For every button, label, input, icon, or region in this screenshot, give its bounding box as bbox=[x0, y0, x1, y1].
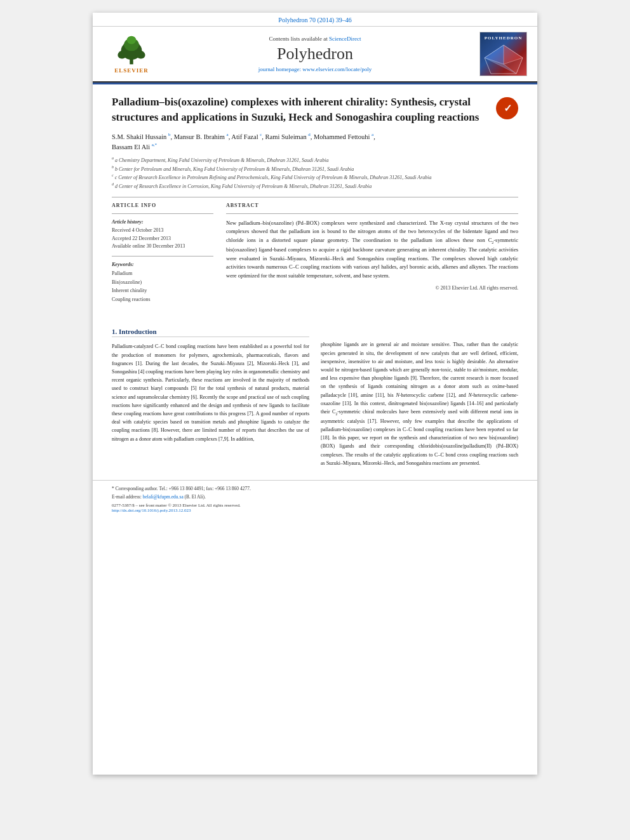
intro-right-text: phosphine ligands are in general air and… bbox=[321, 340, 518, 467]
email-link[interactable]: belali@kfupm.edu.sa bbox=[143, 494, 184, 500]
authors-line: S.M. Shakil Hussain b, Mansur B. Ibrahim… bbox=[112, 131, 518, 152]
affiliation-a: a a Chemistry Department, King Fahd Univ… bbox=[112, 156, 518, 164]
copyright-text: © 2013 Elsevier Ltd. All rights reserved… bbox=[226, 285, 518, 291]
main-left-column: 1. Introduction Palladium-catalyzed C–C … bbox=[112, 328, 309, 467]
article-title: Palladium–bis(oxazoline) complexes with … bbox=[112, 95, 490, 125]
journal-header-center: Contents lists available at ScienceDirec… bbox=[160, 36, 470, 72]
available-date: Available online 30 December 2013 bbox=[112, 243, 213, 251]
intro-heading: 1. Introduction bbox=[112, 328, 309, 337]
issn-text: 0277-5387/$ – see front matter © 2013 El… bbox=[112, 503, 518, 508]
journal-name: Polyhedron bbox=[160, 44, 470, 63]
intro-left-text: Palladium-catalyzed C–C bond coupling re… bbox=[112, 342, 309, 443]
affiliations-section: a a Chemistry Department, King Fahd Univ… bbox=[112, 156, 518, 190]
volume-info-text: Polyhedron 70 (2014) 39–46 bbox=[278, 17, 351, 23]
sciencedirect-link[interactable]: ScienceDirect bbox=[329, 36, 361, 42]
received-date: Received 4 October 2013 bbox=[112, 227, 213, 235]
history-label: Article history: bbox=[112, 219, 213, 225]
info-abstract-columns: ARTICLE INFO Article history: Received 4… bbox=[112, 203, 518, 304]
journal-homepage: journal homepage: www.elsevier.com/locat… bbox=[160, 66, 470, 72]
crossmark-badge[interactable]: ✓ bbox=[496, 97, 518, 119]
keyword-chirality: Inherent chirality bbox=[112, 286, 213, 295]
main-content: 1. Introduction Palladium-catalyzed C–C … bbox=[93, 321, 537, 473]
abstract-column: ABSTRACT New palladium–bis(oxazoline) (P… bbox=[226, 203, 518, 304]
keyword-coupling: Coupling reactions bbox=[112, 295, 213, 304]
doi-link[interactable]: http://dx.doi.org/10.1016/j.poly.2013.12… bbox=[112, 508, 518, 513]
keywords-divider bbox=[112, 256, 213, 257]
abstract-heading: ABSTRACT bbox=[226, 203, 518, 208]
email-note: E-mail address: belali@kfupm.edu.sa (B. … bbox=[112, 493, 518, 500]
abstract-divider bbox=[226, 213, 518, 214]
corresponding-author-note: * Corresponding author. Tel.: +966 13 86… bbox=[112, 486, 518, 491]
elsevier-tree-icon bbox=[112, 34, 151, 66]
article-page: Polyhedron 70 (2014) 39–46 ELSEVIER bbox=[93, 13, 537, 775]
journal-logo-container: POLYHEDRON bbox=[470, 32, 527, 76]
polyhedron-crystal-icon bbox=[481, 42, 526, 76]
affiliation-c: c c Center of Research Excellence in Pet… bbox=[112, 173, 518, 182]
main-right-column: phosphine ligands are in general air and… bbox=[321, 328, 518, 467]
title-section: Palladium–bis(oxazoline) complexes with … bbox=[112, 95, 518, 125]
crossmark-icon[interactable]: ✓ bbox=[496, 97, 518, 119]
keyword-palladium: Palladium bbox=[112, 269, 213, 278]
polyhedron-logo-text: POLYHEDRON bbox=[480, 36, 526, 41]
affiliation-d: d d Center of Research Excellence in Cor… bbox=[112, 182, 518, 190]
polyhedron-logo: POLYHEDRON bbox=[479, 32, 527, 76]
abstract-text: New palladium–bis(oxazoline) (Pd–BOX) co… bbox=[226, 219, 518, 281]
svg-point-3 bbox=[127, 36, 137, 44]
elsevier-label-text: ELSEVIER bbox=[114, 67, 149, 74]
contents-line: Contents lists available at ScienceDirec… bbox=[160, 36, 470, 42]
section-divider bbox=[112, 197, 518, 197]
info-divider bbox=[112, 213, 213, 214]
elsevier-logo: ELSEVIER bbox=[103, 34, 160, 74]
article-info-column: ARTICLE INFO Article history: Received 4… bbox=[112, 203, 213, 304]
article-info-heading: ARTICLE INFO bbox=[112, 203, 213, 208]
article-body: Palladium–bis(oxazoline) complexes with … bbox=[93, 84, 537, 321]
crossmark-svg: ✓ bbox=[498, 99, 517, 118]
journal-header: ELSEVIER Contents lists available at Sci… bbox=[93, 27, 537, 83]
accepted-date: Accepted 22 December 2013 bbox=[112, 235, 213, 243]
keyword-bisoxazoline: Bis(oxazoline) bbox=[112, 278, 213, 287]
article-footer: * Corresponding author. Tel.: +966 13 86… bbox=[93, 480, 537, 518]
elsevier-logo-container: ELSEVIER bbox=[103, 34, 160, 74]
volume-info: Polyhedron 70 (2014) 39–46 bbox=[93, 13, 537, 27]
affiliation-b: b b Center for Petroleum and Minerals, K… bbox=[112, 164, 518, 173]
svg-text:✓: ✓ bbox=[503, 103, 511, 114]
keywords-label: Keywords: bbox=[112, 262, 213, 267]
keywords-section: Keywords: Palladium Bis(oxazoline) Inher… bbox=[112, 262, 213, 303]
